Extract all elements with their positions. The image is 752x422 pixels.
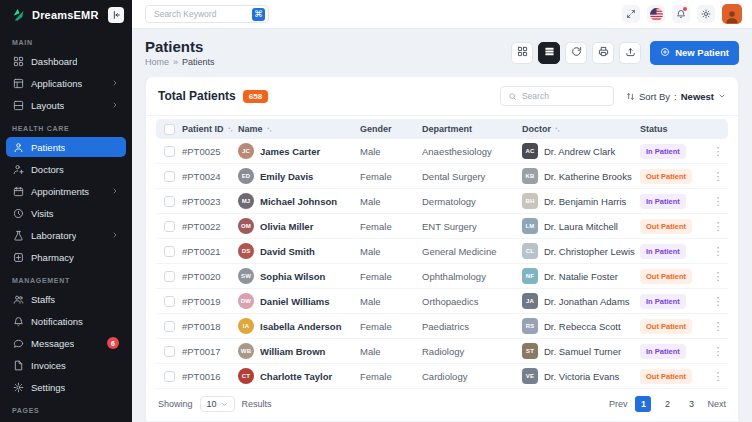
pharmacy-icon bbox=[13, 252, 24, 263]
doctor-avatar: BH bbox=[522, 193, 538, 209]
pagination-page-1[interactable]: 1 bbox=[635, 396, 651, 412]
doctor-avatar: NF bbox=[522, 268, 538, 284]
row-checkbox[interactable] bbox=[164, 146, 175, 157]
column-header-name[interactable]: Name bbox=[238, 124, 360, 134]
doctor-cell: KBDr. Katherine Brooks bbox=[522, 168, 640, 184]
list-view-button[interactable] bbox=[538, 42, 560, 64]
row-actions-kebab-icon[interactable]: ⋮ bbox=[706, 171, 730, 182]
search-icon bbox=[508, 92, 517, 101]
row-actions-kebab-icon[interactable]: ⋮ bbox=[706, 246, 730, 257]
row-actions-kebab-icon[interactable]: ⋮ bbox=[706, 146, 730, 157]
breadcrumb: Home » Patients bbox=[145, 57, 215, 67]
column-label: Gender bbox=[360, 124, 392, 134]
sidebar-item-dashboard[interactable]: Dashboard bbox=[6, 51, 126, 71]
pagination-page-2[interactable]: 2 bbox=[659, 396, 675, 412]
row-checkbox[interactable] bbox=[164, 171, 175, 182]
row-checkbox[interactable] bbox=[164, 321, 175, 332]
sidebar-nav: MAINDashboardApplicationsLayoutsHEALTH C… bbox=[0, 29, 132, 419]
us-flag-icon[interactable] bbox=[647, 5, 665, 23]
patient-id: #PT0021 bbox=[182, 246, 238, 257]
sidebar-item-applications[interactable]: Applications bbox=[6, 73, 126, 93]
patient-avatar: JC bbox=[238, 143, 254, 159]
sidebar-item-messages[interactable]: Messages6 bbox=[6, 333, 126, 353]
table-search-input[interactable] bbox=[522, 91, 606, 101]
row-actions-kebab-icon[interactable]: ⋮ bbox=[706, 371, 730, 382]
sidebar-item-visits[interactable]: Visits bbox=[6, 203, 126, 223]
sidebar-item-appointments[interactable]: Appointments bbox=[6, 181, 126, 201]
patient-name-cell: JCJames Carter bbox=[238, 143, 360, 159]
select-all-checkbox[interactable] bbox=[164, 124, 175, 135]
sidebar-item-settings[interactable]: Settings bbox=[6, 377, 126, 397]
row-actions-kebab-icon[interactable]: ⋮ bbox=[706, 196, 730, 207]
sort-toggle-icon[interactable] bbox=[227, 126, 234, 133]
pagination-page-3[interactable]: 3 bbox=[683, 396, 699, 412]
grid-view-button[interactable] bbox=[511, 42, 533, 64]
status-badge: Out Patient bbox=[640, 369, 692, 384]
global-search-input[interactable] bbox=[154, 9, 248, 19]
patient-name: Daniel Williams bbox=[260, 296, 330, 307]
sidebar-collapse-icon[interactable] bbox=[108, 7, 124, 23]
brightness-icon[interactable] bbox=[697, 5, 715, 23]
export-button[interactable] bbox=[619, 42, 641, 64]
sidebar-item-label: Doctors bbox=[31, 164, 64, 175]
table-row: #PT0017WBWilliam BrownMaleRadiologySTDr.… bbox=[156, 339, 728, 364]
column-header-doctor[interactable]: Doctor bbox=[522, 124, 640, 134]
doctor-avatar: AC bbox=[522, 143, 538, 159]
sort-toggle-icon[interactable] bbox=[554, 126, 561, 133]
settings-icon bbox=[13, 382, 24, 393]
patient-name: James Carter bbox=[260, 146, 320, 157]
patient-name-cell: MJMichael Johnson bbox=[238, 193, 360, 209]
messages-icon bbox=[13, 338, 24, 349]
row-actions-kebab-icon[interactable]: ⋮ bbox=[706, 346, 730, 357]
sidebar-item-laboratory[interactable]: Laboratory bbox=[6, 225, 126, 245]
page-header: Patients Home » Patients New Patient bbox=[145, 38, 739, 67]
patient-avatar: IA bbox=[238, 318, 254, 334]
patient-department: ENT Surgery bbox=[422, 221, 522, 232]
sidebar-item-doctors[interactable]: Doctors bbox=[6, 159, 126, 179]
sidebar-item-notifications[interactable]: Notifications bbox=[6, 311, 126, 331]
patient-name: Isabella Anderson bbox=[260, 321, 341, 332]
sidebar-item-patients[interactable]: Patients bbox=[6, 137, 126, 157]
row-checkbox[interactable] bbox=[164, 346, 175, 357]
sidebar-item-label: Layouts bbox=[31, 100, 64, 111]
row-actions-kebab-icon[interactable]: ⋮ bbox=[706, 271, 730, 282]
user-avatar[interactable] bbox=[722, 4, 742, 24]
card-header-actions: Sort By : Newest bbox=[500, 86, 726, 106]
pagination-next[interactable]: Next bbox=[707, 399, 726, 409]
sort-by-control[interactable]: Sort By : Newest bbox=[626, 91, 726, 102]
new-patient-button[interactable]: New Patient bbox=[650, 41, 739, 65]
sidebar-item-invoices[interactable]: Invoices bbox=[6, 355, 126, 375]
row-actions-kebab-icon[interactable]: ⋮ bbox=[706, 296, 730, 307]
patient-name-cell: IAIsabella Anderson bbox=[238, 318, 360, 334]
pagination-prev[interactable]: Prev bbox=[609, 399, 628, 409]
column-header-patient-id[interactable]: Patient ID bbox=[182, 124, 238, 134]
sidebar-item-label: Notifications bbox=[31, 316, 83, 327]
bell-icon[interactable] bbox=[672, 5, 690, 23]
page-size-select[interactable]: 10 bbox=[200, 396, 235, 412]
total-count-badge: 658 bbox=[243, 90, 268, 103]
breadcrumb-home[interactable]: Home bbox=[145, 57, 169, 67]
doctor-avatar: KB bbox=[522, 168, 538, 184]
row-checkbox[interactable] bbox=[164, 196, 175, 207]
row-checkbox[interactable] bbox=[164, 296, 175, 307]
sidebar-item-staffs[interactable]: Staffs bbox=[6, 289, 126, 309]
status-badge: Out Patient bbox=[640, 169, 692, 184]
chevron-down-icon bbox=[221, 401, 228, 408]
sidebar-item-label: Patients bbox=[31, 142, 65, 153]
printer-button[interactable] bbox=[592, 42, 614, 64]
row-checkbox[interactable] bbox=[164, 371, 175, 382]
row-checkbox[interactable] bbox=[164, 246, 175, 257]
doctor-cell: VEDr. Victoria Evans bbox=[522, 368, 640, 384]
row-checkbox[interactable] bbox=[164, 271, 175, 282]
refresh-button[interactable] bbox=[565, 42, 587, 64]
sidebar-item-pharmacy[interactable]: Pharmacy bbox=[6, 247, 126, 267]
expand-icon[interactable] bbox=[622, 5, 640, 23]
row-actions-kebab-icon[interactable]: ⋮ bbox=[706, 221, 730, 232]
row-actions-kebab-icon[interactable]: ⋮ bbox=[706, 321, 730, 332]
command-shortcut-icon[interactable]: ⌘ bbox=[252, 8, 265, 21]
row-checkbox[interactable] bbox=[164, 221, 175, 232]
patient-gender: Male bbox=[360, 146, 422, 157]
sidebar-item-label: Settings bbox=[31, 382, 65, 393]
sort-toggle-icon[interactable] bbox=[266, 126, 273, 133]
sidebar-item-layouts[interactable]: Layouts bbox=[6, 95, 126, 115]
